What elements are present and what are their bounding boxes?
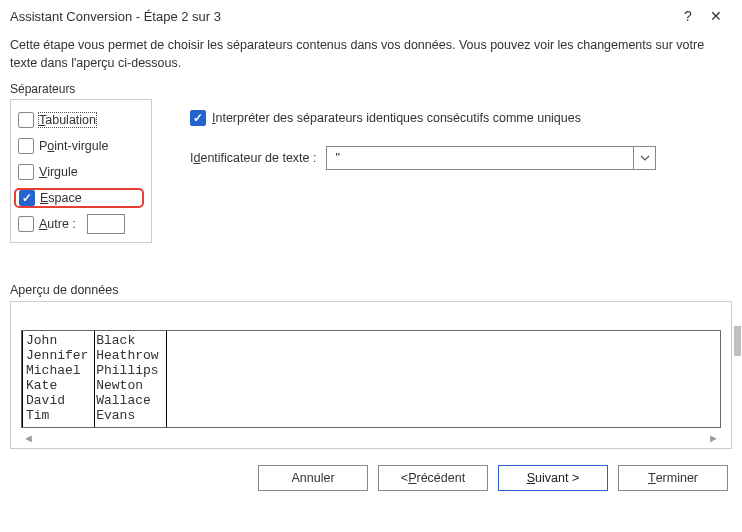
- separators-group: Séparateurs Tabulation Point-virgule Vir…: [10, 82, 152, 243]
- delimiter-comma-label: Virgule: [39, 165, 78, 179]
- text-qualifier-combo[interactable]: ": [326, 146, 656, 170]
- delimiter-tab-label: Tabulation: [39, 113, 96, 127]
- column-divider: [94, 331, 95, 427]
- delimiter-comma-checkbox[interactable]: [18, 164, 34, 180]
- delimiter-other-input[interactable]: [87, 214, 125, 234]
- vertical-scrollbar-thumb[interactable]: [734, 326, 741, 356]
- delimiter-space-row[interactable]: Espace: [14, 188, 144, 208]
- column-divider: [166, 331, 167, 427]
- preview-group: Aperçu de données John Black Jennifer He…: [0, 243, 742, 449]
- cancel-button[interactable]: Annuler: [258, 465, 368, 491]
- step-instructions: Cette étape vous permet de choisir les s…: [0, 30, 742, 82]
- options-group: Interpréter des séparateurs identiques c…: [190, 82, 732, 243]
- delimiter-other-checkbox[interactable]: [18, 216, 34, 232]
- delimiter-semicolon-row[interactable]: Point-virgule: [18, 136, 144, 156]
- wizard-buttons: Annuler < Précédent Suivant > Terminer: [0, 449, 742, 491]
- delimiter-tab-checkbox[interactable]: [18, 112, 34, 128]
- close-button[interactable]: ✕: [702, 8, 730, 24]
- window-title: Assistant Conversion - Étape 2 sur 3: [10, 9, 674, 24]
- back-button[interactable]: < Précédent: [378, 465, 488, 491]
- text-qualifier-value[interactable]: ": [327, 151, 633, 165]
- treat-consecutive-checkbox[interactable]: [190, 110, 206, 126]
- horizontal-scrollbar[interactable]: ◄ ►: [21, 428, 721, 444]
- titlebar: Assistant Conversion - Étape 2 sur 3 ? ✕: [0, 0, 742, 30]
- check-icon: [22, 191, 32, 205]
- delimiter-comma-row[interactable]: Virgule: [18, 162, 144, 182]
- delimiter-space-checkbox[interactable]: [19, 190, 35, 206]
- preview-data-text: John Black Jennifer Heathrow Michael Phi…: [22, 331, 720, 425]
- text-qualifier-row: Identificateur de texte : ": [190, 146, 732, 170]
- text-qualifier-label: Identificateur de texte :: [190, 151, 316, 165]
- treat-consecutive-label: Interpréter des séparateurs identiques c…: [212, 111, 581, 125]
- text-qualifier-dropdown-button[interactable]: [633, 147, 655, 169]
- separators-legend: Séparateurs: [10, 82, 152, 96]
- check-icon: [193, 111, 203, 125]
- delimiter-other-row[interactable]: Autre :: [18, 214, 144, 234]
- delimiter-other-label: Autre :: [39, 217, 76, 231]
- delimiter-space-label: Espace: [40, 191, 82, 205]
- column-divider: [22, 331, 23, 427]
- help-button[interactable]: ?: [674, 8, 702, 24]
- chevron-down-icon: [640, 155, 650, 161]
- data-preview[interactable]: John Black Jennifer Heathrow Michael Phi…: [21, 330, 721, 428]
- delimiter-semicolon-checkbox[interactable]: [18, 138, 34, 154]
- scroll-left-icon[interactable]: ◄: [23, 432, 34, 444]
- scroll-right-icon[interactable]: ►: [708, 432, 719, 444]
- preview-legend: Aperçu de données: [10, 283, 732, 297]
- treat-consecutive-row[interactable]: Interpréter des séparateurs identiques c…: [190, 110, 732, 126]
- delimiter-semicolon-label: Point-virgule: [39, 139, 108, 153]
- next-button[interactable]: Suivant >: [498, 465, 608, 491]
- delimiter-tab-row[interactable]: Tabulation: [18, 110, 144, 130]
- finish-button[interactable]: Terminer: [618, 465, 728, 491]
